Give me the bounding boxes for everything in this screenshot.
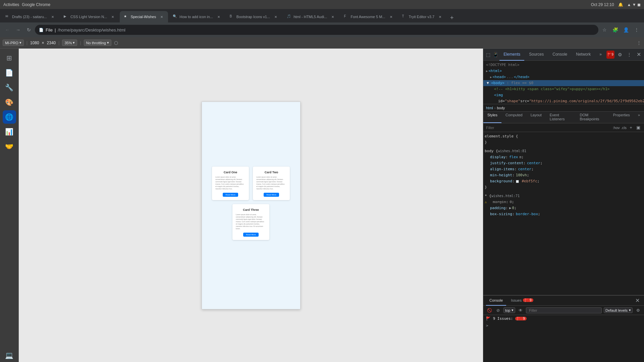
bookmark-button[interactable]: ☆ [600, 25, 609, 35]
tab-drafts[interactable]: ✉ Drafts (23) - saitaru... ✕ [1, 11, 59, 22]
card-three-wrap: Card Three Lorem ipsum dolor sit amet, c… [232, 204, 269, 240]
tab-bootstrap[interactable]: B Bootstrap Icons v1... ✕ [226, 11, 282, 22]
address-bar[interactable]: 📄 File | /home/payarc/Desktop/wishes.htm… [35, 25, 598, 35]
bc-html[interactable]: html [486, 106, 493, 110]
card-two-button[interactable]: Read More [264, 193, 279, 197]
device-toggle-button[interactable]: 📱 [492, 51, 499, 59]
error-count-badge[interactable]: 🚩 9 [606, 51, 614, 59]
console-eye-button[interactable]: 👁 [517, 307, 524, 314]
devtools-close-button[interactable]: ✕ [635, 51, 643, 59]
zoom-select[interactable]: 35% ▾ [62, 40, 77, 46]
extensions-button[interactable]: 🧩 [610, 25, 620, 35]
tab-close-drafts[interactable]: ✕ [50, 14, 55, 19]
profile-button[interactable]: 👤 [621, 25, 631, 35]
tab-special-wishes[interactable]: ★ Special-Wishes ✕ [120, 11, 168, 22]
filter-pseudo-hov[interactable]: :hov [613, 126, 620, 130]
devtools-more-button[interactable]: ⋮ [625, 51, 633, 59]
styles-tab-layout[interactable]: Layout [527, 112, 546, 123]
tab-close-html[interactable]: ✕ [330, 14, 335, 19]
tab-css-light[interactable]: ▶ CSS Light Version N... ✕ [60, 11, 119, 22]
width-value[interactable]: 1080 [30, 41, 39, 45]
reload-button[interactable]: ↻ [24, 25, 34, 35]
console-clear-button[interactable]: 🚫 [486, 307, 493, 314]
styles-tab-styles[interactable]: Styles [483, 112, 501, 123]
tab-close-tryit[interactable]: ✕ [438, 14, 442, 19]
forward-button[interactable]: → [13, 25, 23, 35]
tab-favicon-drafts: ✉ [5, 14, 10, 19]
html-head[interactable]: ▶ <head> ... </head> [486, 74, 641, 80]
tab-close-special[interactable]: ✕ [159, 14, 164, 19]
styles-filter-input[interactable] [486, 126, 611, 130]
html-body-selected[interactable]: ▼ <body> : flex == $0 [483, 80, 644, 86]
sidebar-icon-teams[interactable]: 🤝 [3, 140, 16, 153]
filter-pseudo-cls[interactable]: .cls [621, 126, 627, 130]
console-context-select[interactable]: top ▾ [503, 307, 515, 313]
console-close-button[interactable]: ✕ [633, 297, 641, 305]
sidebar-icon-spreadsheet[interactable]: 📊 [3, 125, 16, 138]
console-filter-input[interactable] [526, 307, 602, 313]
tab-font-awesome[interactable]: F Font Awesome 5 M... ✕ [340, 11, 397, 22]
page-frame: Card One Lorem ipsum dolor sit amet, con… [202, 102, 301, 309]
card-one: Card One Lorem ipsum dolor sit amet, con… [212, 167, 249, 200]
html-tag[interactable]: ▶ <html> [486, 68, 641, 74]
styles-tabs: Styles Computed Layout Event Listeners D… [483, 112, 644, 123]
tab-elements[interactable]: Elements [499, 49, 524, 61]
styles-tab-computed[interactable]: Computed [501, 112, 527, 123]
color-swatch-background[interactable] [516, 180, 519, 183]
tab-close-css[interactable]: ✕ [110, 14, 115, 19]
breadcrumb-bar: html › body [483, 104, 644, 112]
html-doctype: <!DOCTYPE html> [486, 62, 641, 68]
tab-close-bootstrap[interactable]: ✕ [273, 14, 278, 19]
styles-tab-events[interactable]: Event Listeners [546, 112, 576, 123]
sidebar-icon-terminal[interactable]: 💻 [3, 349, 16, 362]
console-filter-button[interactable]: ⊘ [495, 307, 501, 314]
console-tab-issues[interactable]: Issues 🚩 9 [507, 296, 536, 306]
sidebar-icon-file[interactable]: 📄 [3, 66, 16, 79]
page-viewport: Card One Lorem ipsum dolor sit amet, con… [19, 49, 483, 362]
device-label: MI-PRO [5, 41, 18, 45]
throttle-select[interactable]: No throttling ▾ [84, 40, 111, 46]
console-tab-console[interactable]: Console [486, 296, 506, 306]
styles-tab-dom-breakpoints[interactable]: DOM Breakpoints [576, 112, 609, 123]
devtools-settings-button[interactable]: ⚙ [616, 51, 624, 59]
activities-label[interactable]: Activities [3, 2, 19, 7]
console-input[interactable] [490, 323, 641, 328]
tab-how-to-add[interactable]: 🔍 How to add icon in... ✕ [169, 11, 225, 22]
card-one-button[interactable]: Read More [223, 193, 238, 197]
device-select[interactable]: MI-PRO ▾ [3, 40, 24, 46]
inspect-element-button[interactable]: ⬚ [485, 51, 491, 59]
new-tab-button[interactable]: + [447, 13, 457, 22]
address-protocol: File [46, 27, 53, 33]
tab-tryit[interactable]: T Tryit Editor v3.7 ✕ [398, 11, 447, 22]
zoom-label: 35% [64, 41, 72, 45]
back-button[interactable]: ← [3, 25, 12, 35]
bc-body[interactable]: body [497, 106, 505, 110]
log-level-select[interactable]: Default levels ▾ [604, 307, 633, 313]
tab-html5[interactable]: 🎵 html - HTML5 Audi... ✕ [283, 11, 339, 22]
styles-tab-properties[interactable]: Properties [609, 112, 634, 123]
cards-row: Card One Lorem ipsum dolor sit amet, con… [212, 167, 290, 200]
sidebar-icon-apps[interactable]: ⊞ [3, 51, 16, 65]
sidebar-icon-paint[interactable]: 🎨 [3, 96, 16, 109]
more-toolbar-icon[interactable]: ⋮ [637, 40, 641, 46]
log-level-chevron-icon: ▾ [629, 308, 631, 312]
add-style-rule-button[interactable]: + [628, 125, 634, 131]
tab-close-how[interactable]: ✕ [216, 14, 221, 19]
tab-network[interactable]: Network [572, 49, 595, 61]
tab-more[interactable]: » [595, 49, 606, 61]
tab-console[interactable]: Console [548, 49, 571, 61]
console-settings-button[interactable]: ⚙ [635, 307, 641, 314]
tab-close-fa[interactable]: ✕ [389, 14, 393, 19]
html-img-id: id="shape"src="https://i.pinimg.com/orig… [486, 98, 641, 104]
tab-sources[interactable]: Sources [525, 49, 548, 61]
console-header: Console Issues 🚩 9 ✕ [483, 296, 644, 306]
height-value[interactable]: 2340 [47, 41, 56, 45]
sidebar-icon-chrome[interactable]: 🌐 [3, 110, 16, 124]
notification-icon[interactable]: 🔔 [618, 2, 623, 7]
sidebar-icon-wrench[interactable]: 🔧 [3, 81, 16, 94]
more-button[interactable]: ⋮ [632, 25, 641, 35]
styles-tab-expand[interactable]: » [634, 112, 644, 123]
card-three-button[interactable]: Read More [243, 233, 259, 237]
toggle-sidebar-button[interactable]: ▣ [635, 125, 641, 131]
browser-name[interactable]: Google Chrome [22, 2, 50, 7]
